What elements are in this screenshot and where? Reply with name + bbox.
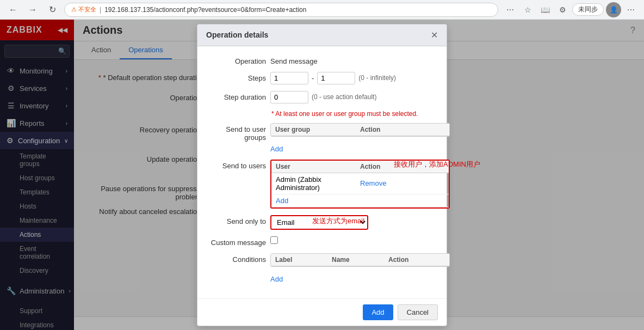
steps-from-input[interactable]: [270, 72, 308, 84]
back-button[interactable]: ←: [5, 2, 21, 17]
step-duration-row: Step duration (0 - use action default): [206, 91, 438, 103]
annotation-receive-user: 接收用户，添加ADMIN用户: [394, 160, 480, 169]
send-only-to-label: Send only to: [206, 215, 266, 225]
conditions-table: Label Name Action: [270, 253, 450, 267]
send-to-user-groups-label: Send to user groups: [206, 123, 266, 142]
avatar-button[interactable]: 👤: [606, 2, 621, 17]
add-condition-link[interactable]: Add: [270, 275, 283, 283]
sync-button[interactable]: 未同步: [572, 3, 604, 16]
modal-close-button[interactable]: ✕: [431, 30, 438, 40]
user-groups-header: User group Action: [271, 124, 449, 136]
cond-action-col-header: Action: [388, 256, 445, 264]
refresh-button[interactable]: ↻: [45, 2, 60, 17]
conditions-label: Conditions: [206, 253, 266, 264]
send-to-users-label: Send to users: [206, 160, 266, 170]
user-row: Admin (Zabbix Administrator) Remove: [271, 173, 449, 194]
step-duration-inputs: (0 - use action default): [270, 91, 376, 103]
user-groups-table: User group Action: [270, 123, 450, 137]
add-user-link[interactable]: Add: [276, 197, 288, 205]
steps-hint: (0 - infinitely): [358, 74, 396, 82]
step-duration-input[interactable]: [270, 91, 308, 103]
custom-message-label: Custom message: [206, 236, 266, 247]
conditions-section: Label Name Action Add: [270, 253, 450, 283]
remove-user-link[interactable]: Remove: [360, 179, 444, 187]
steps-to-input[interactable]: [317, 72, 355, 84]
steps-separator: -: [312, 74, 314, 82]
send-to-user-groups-row: Send to user groups User group Action Ad…: [206, 123, 438, 153]
custom-message-checkbox[interactable]: [270, 236, 278, 244]
extensions-button[interactable]: ⋯: [503, 2, 518, 17]
address-bar[interactable]: ⚠ 不安全 | 192.168.137.135/actionconf.php?e…: [64, 3, 498, 17]
add-user-group-link[interactable]: Add: [270, 145, 283, 153]
steps-label: Steps: [206, 72, 266, 82]
name-col-header: Name: [332, 256, 388, 264]
steps-inputs: - (0 - infinitely): [270, 72, 396, 84]
modal-footer: Add Cancel: [197, 298, 447, 326]
user-name: Admin (Zabbix Administrator): [276, 175, 360, 192]
address-text: 192.168.137.135/actionconf.php?eventsour…: [104, 6, 491, 14]
step-duration-hint: (0 - use action default): [312, 93, 376, 101]
user-col-header: User: [276, 163, 360, 170]
operation-label: Operation: [206, 55, 266, 65]
forward-button[interactable]: →: [25, 2, 40, 17]
browser-bar: ← → ↻ ⚠ 不安全 | 192.168.137.135/actionconf…: [0, 0, 644, 20]
conditions-header: Label Name Action: [271, 254, 449, 266]
operation-row: Operation Send message: [206, 55, 438, 65]
more-button[interactable]: ⋯: [623, 2, 639, 17]
annotation-send-method: 发送方式为email: [312, 216, 364, 226]
custom-message-row: Custom message: [206, 236, 438, 247]
conditions-row: Conditions Label Name Action Add: [206, 253, 438, 283]
operation-value: Send message: [270, 55, 318, 65]
security-warning: ⚠ 不安全: [71, 5, 96, 14]
steps-row: Steps - (0 - infinitely): [206, 72, 438, 84]
read-mode-button[interactable]: 📖: [537, 2, 553, 17]
label-col-header: Label: [275, 256, 332, 264]
modal-add-button[interactable]: Add: [363, 304, 393, 320]
send-only-to-row: Send only to Email All SMS Jabber 发送方式为e…: [206, 215, 438, 230]
modal-cancel-button[interactable]: Cancel: [398, 304, 438, 320]
favorites-button[interactable]: ☆: [520, 2, 535, 17]
send-to-users-row: Send to users User Action Admin (Zabbix …: [206, 160, 438, 209]
action-col-header: Action: [360, 126, 445, 133]
warning-text: * At least one user or user group must b…: [271, 110, 438, 118]
settings-button[interactable]: ⚙: [555, 2, 570, 17]
user-group-col-header: User group: [275, 126, 360, 133]
operation-details-modal: Operation details ✕ Operation Send messa…: [197, 24, 447, 326]
modal-overlay: Operation details ✕ Operation Send messa…: [0, 20, 644, 330]
browser-actions: ⋯ ☆ 📖 ⚙ 未同步 👤 ⋯: [503, 2, 639, 17]
modal-title: Operation details: [206, 30, 268, 39]
add-user-row: Add: [271, 194, 449, 207]
modal-header: Operation details ✕: [197, 25, 447, 46]
modal-body: Operation Send message Steps - (0 - infi…: [197, 46, 447, 298]
user-groups-section: User group Action Add: [270, 123, 450, 153]
step-duration-label: Step duration: [206, 91, 266, 101]
